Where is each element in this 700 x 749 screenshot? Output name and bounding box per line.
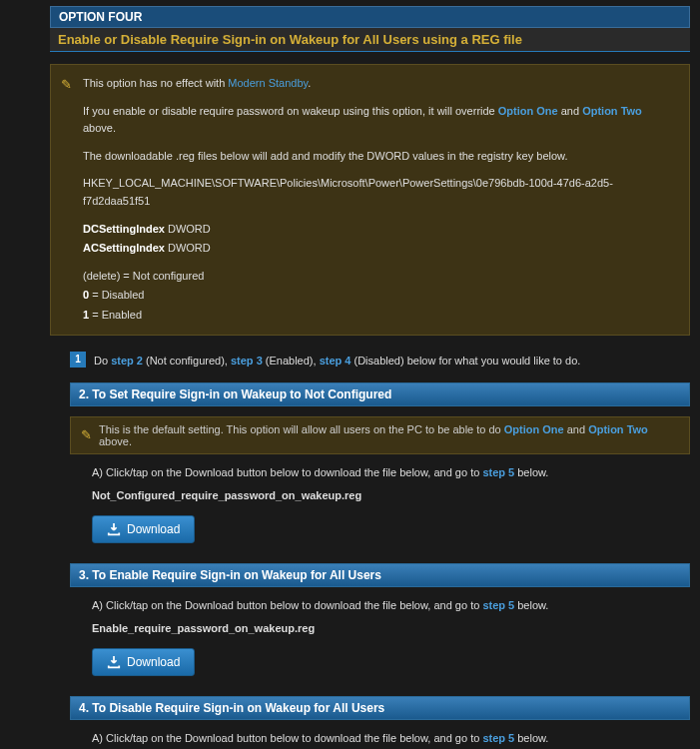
subsection-3-header: 3. To Enable Require Sign-in on Wakeup f… — [70, 563, 690, 587]
option-two-link[interactable]: Option Two — [582, 105, 642, 117]
edit-icon: ✎ — [61, 75, 72, 96]
subsection-2-header: 2. To Set Require Sign-in on Wakeup to N… — [70, 382, 690, 406]
step5-link[interactable]: step 5 — [482, 599, 514, 611]
info-note: ✎ This option has no effect with Modern … — [50, 64, 690, 336]
download-icon — [107, 655, 121, 669]
step-1: 1 Do step 2 (Not configured), step 3 (En… — [70, 352, 690, 370]
option-one-link[interactable]: Option One — [504, 423, 564, 435]
option-one-link[interactable]: Option One — [498, 105, 558, 117]
download-icon — [107, 522, 121, 536]
step3-link[interactable]: step 3 — [231, 355, 263, 367]
reg-filename: Enable_require_password_on_wakeup.reg — [92, 620, 690, 637]
option-header: OPTION FOUR — [50, 6, 690, 28]
step5-link[interactable]: step 5 — [482, 466, 514, 478]
step2-link[interactable]: step 2 — [111, 355, 143, 367]
section-title: Enable or Disable Require Sign-in on Wak… — [50, 28, 690, 52]
download-button[interactable]: Download — [92, 515, 195, 543]
subsection-2-note: ✎ This is the default setting. This opti… — [70, 416, 690, 454]
reg-filename: Not_Configured_require_password_on_wakeu… — [92, 487, 690, 504]
step-number: 1 — [70, 352, 86, 368]
step4-link[interactable]: step 4 — [320, 355, 351, 367]
edit-icon: ✎ — [81, 427, 92, 442]
download-button[interactable]: Download — [92, 648, 195, 676]
modern-standby-link[interactable]: Modern Standby — [228, 77, 308, 89]
subsection-4-header: 4. To Disable Require Sign-in on Wakeup … — [70, 696, 690, 720]
option-two-link[interactable]: Option Two — [588, 423, 648, 435]
step5-link[interactable]: step 5 — [482, 732, 514, 744]
registry-path: HKEY_LOCAL_MACHINE\SOFTWARE\Policies\Mic… — [83, 175, 675, 210]
